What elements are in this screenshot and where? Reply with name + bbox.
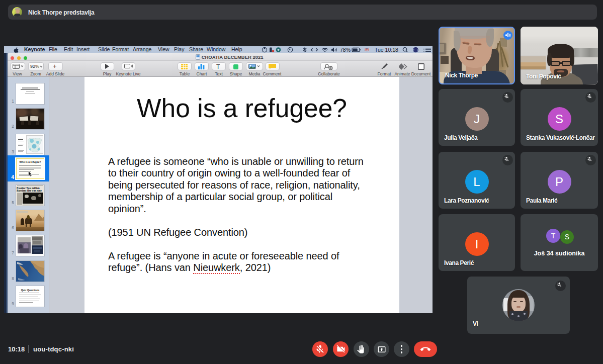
svg-text:78%: 78% [340, 47, 351, 53]
svg-text:Tue 10:18: Tue 10:18 [375, 47, 398, 53]
